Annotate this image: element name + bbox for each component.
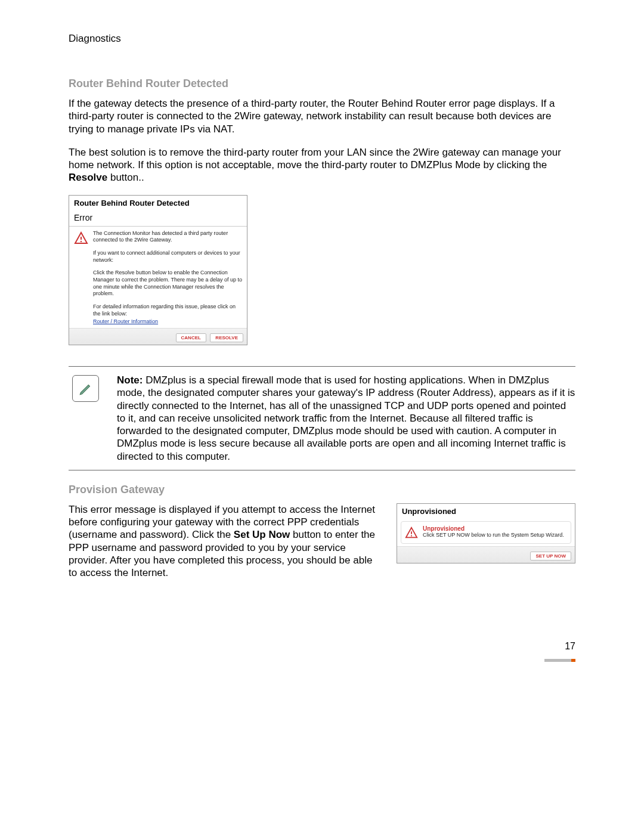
setup-now-button[interactable]: SET UP NOW <box>530 552 571 561</box>
dialog1-t1: The Connection Monitor has detected a th… <box>93 230 242 244</box>
unprovisioned-footer: SET UP NOW <box>397 546 575 563</box>
unprovisioned-heading: Unprovisioned <box>423 525 564 532</box>
section1-p2a: The best solution is to remove the third… <box>69 147 561 171</box>
resolve-button[interactable]: RESOLVE <box>210 333 243 342</box>
page-header: Diagnostics <box>69 33 575 45</box>
svg-point-3 <box>411 535 412 536</box>
resolve-word: Resolve <box>69 172 107 183</box>
note-body: DMZplus is a special firewall mode that … <box>117 374 575 462</box>
warning-icon <box>74 231 88 246</box>
router-info-link[interactable]: Router / Router Information <box>93 318 158 324</box>
unprovisioned-text: Click SET UP NOW below to run the System… <box>423 532 564 539</box>
svg-point-1 <box>80 240 82 241</box>
warning-icon <box>405 527 418 540</box>
cancel-button[interactable]: CANCEL <box>176 333 206 342</box>
unprovisioned-dialog: Unprovisioned Unprovisioned Click SET UP… <box>397 503 575 563</box>
unprovisioned-dialog-title: Unprovisioned <box>397 504 575 519</box>
section-router-title: Router Behind Router Detected <box>69 78 575 90</box>
section1-p2c: button.. <box>107 172 144 183</box>
page-number: 17 <box>565 641 575 652</box>
pencil-icon <box>72 375 99 402</box>
dialog1-t4: For detailed information regarding this … <box>93 304 242 317</box>
note-block: Note: DMZplus is a special firewall mode… <box>69 366 575 470</box>
section1-p1: If the gateway detects the presence of a… <box>69 97 575 135</box>
router-dialog-text: The Connection Monitor has detected a th… <box>93 230 242 326</box>
router-dialog: Router Behind Router Detected Error The … <box>69 195 247 346</box>
note-text: Note: DMZplus is a special firewall mode… <box>117 374 575 463</box>
router-dialog-subtitle: Error <box>69 210 247 227</box>
dialog1-t2: If you want to connect additional comput… <box>93 250 242 264</box>
dialog1-t3: Click the Resolve button below to enable… <box>93 270 242 298</box>
footer-bar <box>544 659 575 662</box>
section1-p2: The best solution is to remove the third… <box>69 146 575 184</box>
router-dialog-title: Router Behind Router Detected <box>69 196 247 210</box>
section2-p1: This error message is displayed if you a… <box>69 503 383 580</box>
section-provision-title: Provision Gateway <box>69 484 575 496</box>
router-dialog-footer: CANCEL RESOLVE <box>69 328 247 345</box>
setup-now-word: Set Up Now <box>234 529 290 540</box>
note-label: Note: <box>117 374 143 386</box>
